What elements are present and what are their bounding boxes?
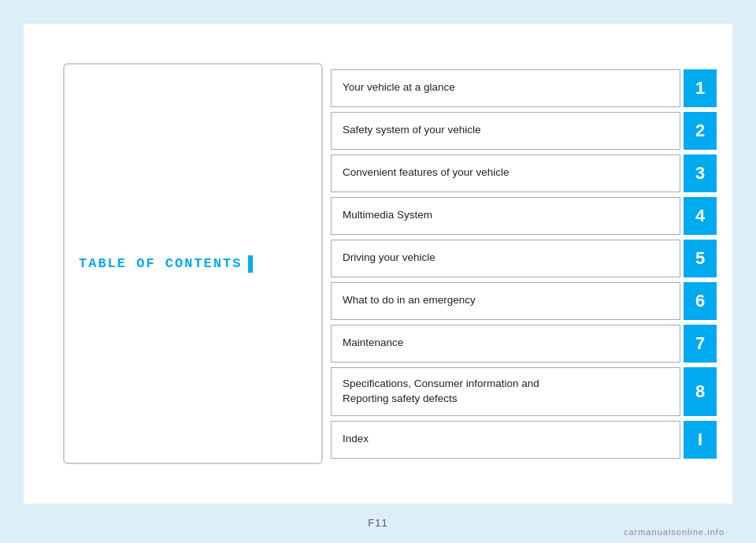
toc-label-text: Safety system of your vehicle bbox=[343, 123, 481, 138]
toc-label-text: Multimedia System bbox=[343, 208, 432, 223]
toc-label: Specifications, Consumer information and… bbox=[331, 367, 680, 416]
toc-number: 2 bbox=[684, 112, 717, 150]
toc-row[interactable]: Maintenance7 bbox=[331, 325, 717, 363]
toc-number: 3 bbox=[684, 154, 717, 192]
toc-row[interactable]: Driving your vehicle5 bbox=[331, 240, 717, 277]
toc-label: Safety system of your vehicle bbox=[331, 112, 680, 150]
toc-label: Your vehicle at a glance bbox=[331, 69, 680, 107]
toc-title-bar bbox=[248, 255, 253, 273]
watermark: carmanualsonline.info bbox=[624, 527, 724, 537]
toc-label-text: Index bbox=[343, 432, 369, 447]
toc-number: 4 bbox=[684, 197, 717, 235]
toc-row[interactable]: What to do in an emergency6 bbox=[331, 282, 717, 320]
toc-label: Index bbox=[331, 421, 680, 459]
toc-row[interactable]: Multimedia System4 bbox=[331, 197, 717, 235]
main-content: TABLE OF CONTENTS Your vehicle at a glan… bbox=[24, 24, 732, 504]
toc-label-text: Driving your vehicle bbox=[343, 251, 435, 266]
toc-title: TABLE OF CONTENTS bbox=[79, 256, 242, 271]
toc-number: I bbox=[684, 421, 717, 459]
toc-row[interactable]: Safety system of your vehicle2 bbox=[331, 112, 717, 150]
toc-list: Your vehicle at a glance1Safety system o… bbox=[323, 24, 732, 504]
toc-label-text: Maintenance bbox=[343, 336, 403, 351]
toc-row[interactable]: Your vehicle at a glance1 bbox=[331, 69, 717, 107]
toc-row[interactable]: Specifications, Consumer information and… bbox=[331, 367, 717, 416]
toc-number: 5 bbox=[684, 240, 717, 277]
toc-label: Convenient features of your vehicle bbox=[331, 154, 680, 192]
toc-number: 6 bbox=[684, 282, 717, 320]
toc-label-text: What to do in an emergency bbox=[343, 293, 476, 308]
toc-row[interactable]: IndexI bbox=[331, 421, 717, 459]
toc-number: 8 bbox=[684, 367, 717, 416]
toc-label-text: Convenient features of your vehicle bbox=[343, 166, 510, 180]
toc-label: Driving your vehicle bbox=[331, 240, 680, 277]
toc-label-text: Specifications, Consumer information and… bbox=[343, 377, 539, 407]
toc-row[interactable]: Convenient features of your vehicle3 bbox=[331, 154, 717, 192]
toc-label: Maintenance bbox=[331, 325, 680, 363]
toc-label-text: Your vehicle at a glance bbox=[343, 80, 455, 95]
toc-label: What to do in an emergency bbox=[331, 282, 680, 320]
page-number: F11 bbox=[368, 517, 387, 529]
toc-title-container: TABLE OF CONTENTS bbox=[79, 255, 253, 273]
toc-number: 7 bbox=[684, 325, 717, 363]
toc-label: Multimedia System bbox=[331, 197, 680, 235]
left-panel: TABLE OF CONTENTS bbox=[24, 24, 323, 504]
toc-number: 1 bbox=[684, 69, 717, 107]
